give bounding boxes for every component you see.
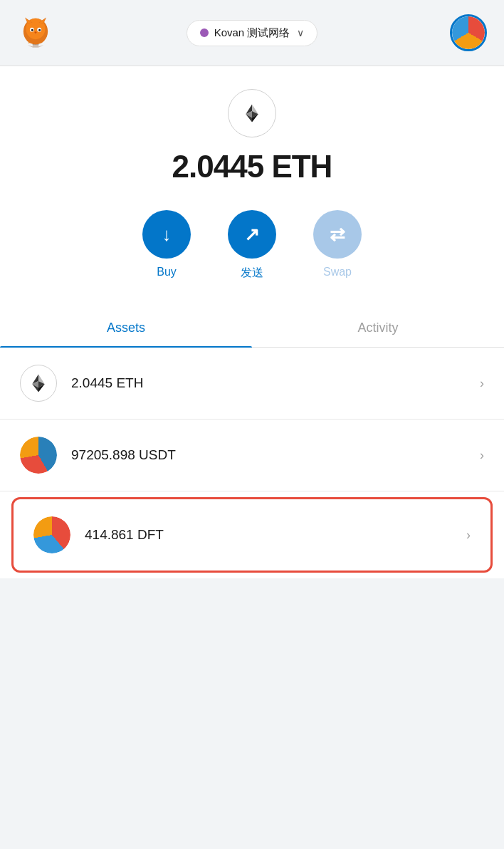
asset-list: 2.0445 ETH › 97205.898 USDT › 414.861 DF… [0, 348, 504, 578]
buy-action[interactable]: ↓ Buy [142, 210, 191, 278]
buy-button[interactable]: ↓ [142, 210, 191, 259]
network-name: Kovan 测试网络 [214, 26, 290, 40]
eth-asset-icon [20, 365, 57, 402]
buy-label: Buy [157, 266, 177, 278]
send-label: 发送 [241, 266, 263, 281]
usdt-balance: 97205.898 USDT [71, 447, 480, 463]
eth-token-icon [228, 89, 276, 137]
tab-activity[interactable]: Activity [252, 309, 504, 347]
swap-icon: ⇄ [330, 224, 345, 246]
svg-marker-1 [36, 44, 43, 48]
svg-point-11 [31, 29, 33, 31]
send-action[interactable]: ↗ 发送 [228, 210, 276, 281]
eth-balance: 2.0445 ETH [71, 375, 480, 391]
dft-balance: 414.861 DFT [85, 527, 466, 543]
swap-action[interactable]: ⇄ Swap [313, 210, 362, 278]
chevron-down-icon: ∨ [297, 27, 304, 38]
eth-chevron-icon: › [480, 376, 484, 391]
tabs: Assets Activity [0, 309, 504, 348]
send-button[interactable]: ↗ [228, 210, 276, 259]
header: Kovan 测试网络 ∨ [0, 0, 504, 66]
svg-point-12 [38, 29, 41, 31]
main-content: 2.0445 ETH ↓ Buy ↗ 发送 ⇄ Swap Assets Ac [0, 66, 504, 578]
svg-point-18 [35, 31, 37, 33]
network-dot [200, 28, 209, 37]
buy-icon: ↓ [162, 224, 172, 246]
send-icon: ↗ [244, 224, 260, 246]
action-buttons: ↓ Buy ↗ 发送 ⇄ Swap [142, 210, 362, 281]
tab-assets[interactable]: Assets [0, 309, 252, 347]
asset-item-dft[interactable]: 414.861 DFT › [11, 497, 493, 573]
usdt-asset-icon [20, 437, 57, 474]
metamask-logo [17, 13, 54, 53]
asset-item-eth[interactable]: 2.0445 ETH › [0, 348, 504, 420]
svg-marker-0 [28, 44, 36, 48]
dft-asset-icon [33, 516, 70, 553]
network-selector[interactable]: Kovan 测试网络 ∨ [187, 20, 318, 46]
wallet-balance: 2.0445 ETH [172, 149, 332, 184]
swap-label: Swap [323, 266, 352, 278]
dft-chevron-icon: › [466, 528, 471, 543]
avatar-inner [452, 16, 485, 49]
usdt-chevron-icon: › [480, 448, 484, 463]
asset-item-usdt[interactable]: 97205.898 USDT › [0, 420, 504, 491]
avatar[interactable] [450, 14, 487, 51]
swap-button[interactable]: ⇄ [313, 210, 362, 259]
